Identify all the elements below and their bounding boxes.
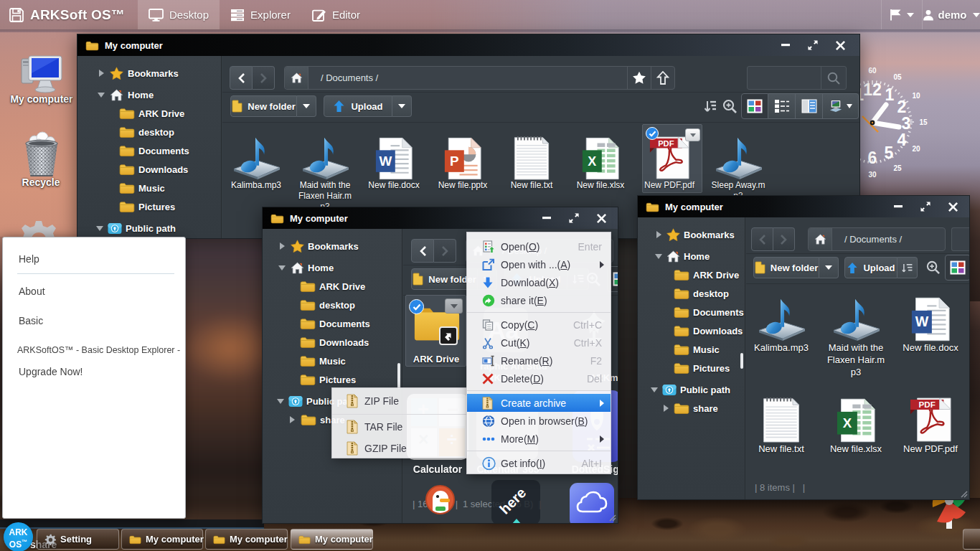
svg-text:05: 05 (893, 73, 902, 81)
svg-text:1: 1 (885, 85, 895, 104)
svg-text:20: 20 (912, 145, 920, 153)
svg-text:4: 4 (897, 131, 907, 149)
svg-text:30: 30 (868, 171, 877, 179)
svg-text:25: 25 (893, 164, 902, 172)
svg-text:5: 5 (885, 143, 894, 162)
svg-text:15: 15 (919, 118, 928, 126)
svg-text:60: 60 (868, 67, 877, 75)
svg-text:10: 10 (912, 92, 920, 100)
svg-text:6: 6 (868, 149, 877, 167)
